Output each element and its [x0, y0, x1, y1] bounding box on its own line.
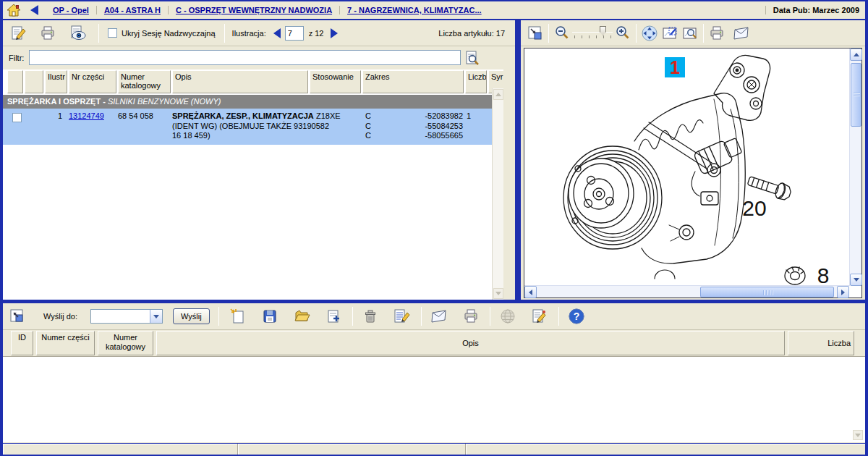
col-header-catalog[interactable]: Numer katalogowy	[98, 331, 153, 355]
new-document-icon	[229, 308, 247, 325]
part-number-link[interactable]: 13124749	[69, 111, 104, 120]
breadcrumb-group[interactable]: C - OSPRZĘT WEWNĘTRZNY NADWOZIA	[168, 6, 339, 14]
toolbar-separator	[352, 307, 353, 326]
send-to-select[interactable]	[90, 309, 163, 324]
parts-panel: Ukryj Sesję Nadzwyczajną Ilustracja: z 1…	[3, 20, 515, 300]
zoom-slider-handle[interactable]	[600, 26, 606, 36]
select-region-button[interactable]	[660, 23, 680, 43]
pan-icon	[641, 25, 658, 42]
section-subtitle: SILNIKI BENZYNOWE (NOWY)	[108, 97, 221, 106]
open-list-button[interactable]	[292, 306, 312, 326]
breadcrumb-model[interactable]: A04 - ASTRA H	[96, 6, 168, 14]
row-checkbox[interactable]	[12, 113, 22, 122]
col-header-qty[interactable]: Liczba	[788, 331, 854, 355]
save-list-button[interactable]	[260, 306, 280, 326]
col-header-id[interactable]: ID	[11, 331, 33, 355]
parts-scrollbar[interactable]	[492, 88, 503, 300]
illustration-input[interactable]	[285, 26, 304, 41]
edit-list-button[interactable]	[392, 306, 412, 326]
edit-notes-button[interactable]	[9, 23, 29, 43]
print-image-button[interactable]	[707, 23, 727, 43]
home-button[interactable]	[3, 0, 25, 20]
col-header-desc[interactable]: Opis	[172, 70, 308, 93]
scroll-down-icon[interactable]	[493, 288, 503, 299]
callout-1[interactable]: 1	[665, 57, 685, 77]
scroll-down-icon[interactable]	[853, 430, 863, 440]
status-cell-1	[3, 444, 238, 455]
printer-icon	[39, 25, 56, 42]
zoom-out-icon	[553, 25, 571, 42]
row-ilustr: 1	[45, 111, 62, 120]
zoom-window-icon	[681, 25, 699, 42]
scroll-down-icon[interactable]	[850, 274, 862, 286]
new-list-button[interactable]	[228, 306, 248, 326]
col-header-ilustr[interactable]: Ilustr	[45, 70, 67, 93]
print-parts-button[interactable]	[38, 23, 58, 43]
fit-image-button[interactable]	[525, 23, 545, 43]
range-code-3: C	[365, 131, 371, 140]
compressor-drawing: 1 20 8	[524, 48, 849, 285]
parts-table: Ilustr Nr części Numer katalogowy Opis S…	[3, 69, 503, 300]
next-illustration-icon[interactable]	[331, 28, 338, 38]
col-header-part[interactable]: Numer części	[36, 331, 95, 355]
data-pub-label: Data Pub: Marzec 2009	[765, 6, 865, 14]
status-cell-3	[466, 444, 865, 455]
email-image-button[interactable]	[731, 23, 752, 43]
illustration-canvas[interactable]: 1 20 8	[524, 48, 862, 298]
col-header-range[interactable]: Zakres	[362, 70, 464, 93]
col-header-select[interactable]	[7, 70, 23, 93]
worklist-header: ID Numer części Numer katalogowy Opis Li…	[3, 331, 865, 356]
pan-button[interactable]	[639, 23, 660, 43]
col-header-blank[interactable]	[25, 70, 43, 93]
zoom-out-button[interactable]	[552, 23, 572, 43]
search-button[interactable]	[462, 48, 482, 69]
illustration-total: z 12	[309, 29, 324, 38]
breadcrumb-subgroup[interactable]: 7 - NAGRZEWNICA, KLIMATYZAC...	[339, 6, 489, 14]
col-header-catalog[interactable]: Numer katalogowy	[118, 70, 171, 93]
zoom-in-button[interactable]	[613, 23, 633, 43]
scroll-left-icon[interactable]	[524, 286, 537, 298]
envelope-icon	[430, 308, 448, 325]
worklist-body[interactable]	[3, 356, 865, 442]
send-to-label: Wyślij do:	[43, 312, 77, 321]
scroll-right-icon[interactable]	[837, 286, 849, 298]
filter-label: Filtr:	[9, 54, 24, 62]
col-header-desc[interactable]: Opis	[156, 331, 785, 355]
email-list-button[interactable]	[429, 306, 449, 326]
prev-illustration-icon[interactable]	[273, 28, 281, 38]
send-button[interactable]: Wyślij	[173, 308, 210, 324]
image-hscrollbar[interactable]	[524, 285, 849, 297]
image-vscrollbar[interactable]	[849, 48, 861, 286]
scroll-up-icon[interactable]	[493, 89, 503, 100]
vscroll-thumb[interactable]	[851, 63, 861, 127]
preview-button[interactable]	[68, 23, 88, 43]
image-toolbar	[521, 20, 865, 46]
hscroll-thumb[interactable]	[700, 287, 834, 297]
print-list-button[interactable]	[461, 306, 481, 326]
back-icon[interactable]	[30, 5, 38, 15]
help-button[interactable]: ?	[566, 306, 587, 326]
document-eye-icon	[69, 25, 88, 42]
save-icon	[261, 308, 278, 325]
breadcrumb-make[interactable]: OP - Opel	[46, 6, 96, 14]
callout-20: 20	[742, 196, 766, 220]
zoom-slider[interactable]	[572, 25, 613, 42]
notes-button[interactable]	[529, 306, 550, 326]
restore-panel-icon	[9, 308, 26, 325]
description-line3: 16 18 459)	[172, 131, 210, 140]
toolbar-separator	[98, 24, 99, 43]
delete-item-button[interactable]	[360, 306, 380, 326]
usage-code: Z18XE	[316, 111, 341, 120]
zoom-window-button[interactable]	[680, 23, 700, 43]
col-header-usage[interactable]: Stosowanie	[310, 70, 361, 93]
restore-panel-button[interactable]	[7, 306, 27, 326]
add-item-button[interactable]	[323, 306, 344, 326]
printer-icon	[708, 25, 726, 42]
hide-session-checkbox[interactable]	[108, 28, 117, 38]
svg-text:?: ?	[573, 311, 579, 322]
filter-input[interactable]	[29, 50, 461, 65]
part-row[interactable]: 1 13124749 68 54 058 SPRĘŻARKA, ZESP., K…	[3, 109, 503, 145]
col-header-qty[interactable]: Liczba	[465, 70, 487, 93]
scroll-up-icon[interactable]	[850, 48, 862, 61]
col-header-part[interactable]: Nr części	[69, 70, 116, 93]
